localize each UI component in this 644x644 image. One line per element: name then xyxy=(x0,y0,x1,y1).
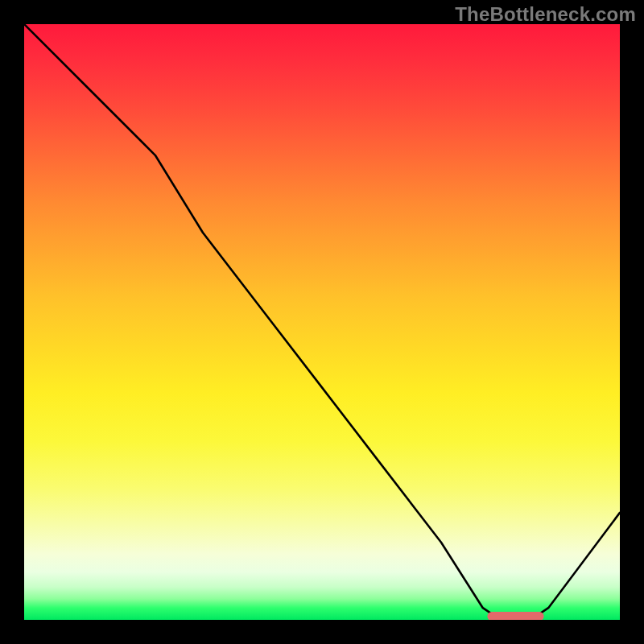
chart-svg xyxy=(24,24,620,620)
plot-area xyxy=(24,24,620,620)
bottleneck-curve xyxy=(24,24,620,620)
chart-frame: TheBottleneck.com xyxy=(0,0,644,644)
watermark-label: TheBottleneck.com xyxy=(455,3,636,26)
